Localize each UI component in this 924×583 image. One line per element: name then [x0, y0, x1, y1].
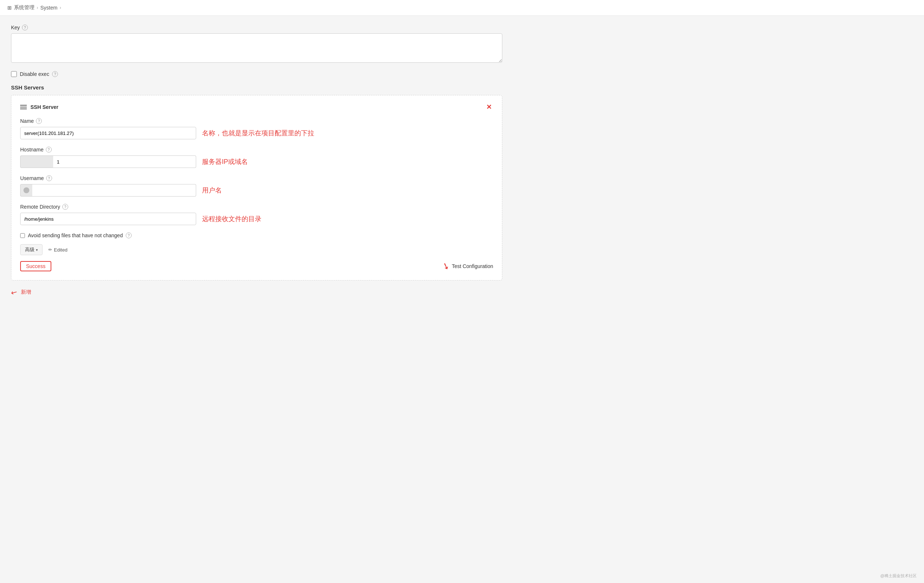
remote-dir-label: Remote Directory ?	[20, 204, 493, 210]
avoid-sending-checkbox[interactable]	[20, 233, 25, 238]
breadcrumb: ⊞ 系统管理 › System ›	[0, 0, 924, 16]
name-field-group: Name ? 名称，也就是显示在项目配置里的下拉	[20, 118, 493, 139]
hostname-label: Hostname ?	[20, 147, 493, 152]
advanced-button[interactable]: 高级 ▾	[20, 244, 43, 255]
remote-dir-input[interactable]	[20, 213, 196, 225]
bottom-actions: ↙ 新增	[11, 288, 502, 297]
ssh-server-title: SSH Server	[30, 104, 58, 110]
breadcrumb-sep-1: ›	[37, 5, 38, 10]
close-server-button[interactable]: ✕	[484, 102, 493, 111]
drag-handle-icon[interactable]	[20, 105, 27, 109]
name-help-icon[interactable]: ?	[36, 118, 42, 124]
test-configuration-label: Test Configuration	[452, 263, 493, 269]
remote-dir-annotation: 远程接收文件的目录	[202, 215, 261, 223]
avoid-sending-row: Avoid sending files that have not change…	[20, 233, 493, 238]
action-row: Success ➘ Test Configuration	[20, 261, 493, 271]
remote-dir-label-text: Remote Directory	[20, 204, 60, 210]
edited-label: ✏ Edited	[48, 247, 68, 253]
success-badge[interactable]: Success	[20, 261, 51, 271]
name-input[interactable]	[20, 127, 196, 139]
key-textarea[interactable]	[11, 33, 502, 63]
breadcrumb-sep-2: ›	[60, 5, 61, 10]
username-field-group: Username ? 用户名	[20, 175, 493, 197]
disable-exec-checkbox[interactable]	[11, 71, 17, 77]
hostname-help-icon[interactable]: ?	[46, 147, 52, 152]
home-icon: ⊞	[7, 5, 12, 11]
hostname-prefix	[20, 155, 53, 168]
hostname-input[interactable]	[53, 155, 196, 168]
username-prefix	[20, 184, 32, 197]
name-label-text: Name	[20, 118, 34, 124]
key-label: Key ?	[11, 25, 502, 30]
key-field-group: Key ?	[11, 25, 502, 64]
ssh-server-header: SSH Server ✕	[20, 102, 493, 111]
key-label-text: Key	[11, 25, 20, 30]
chevron-down-icon: ▾	[36, 248, 38, 252]
name-label: Name ?	[20, 118, 493, 124]
pencil-icon: ✏	[48, 247, 52, 252]
edited-text: Edited	[54, 247, 68, 253]
avoid-sending-help-icon[interactable]: ?	[126, 233, 132, 238]
hostname-label-text: Hostname	[20, 147, 44, 152]
breadcrumb-link-admin[interactable]: 系统管理	[14, 4, 35, 11]
hostname-annotation: 服务器IP或域名	[202, 157, 248, 166]
advanced-label: 高级	[25, 246, 35, 253]
username-label: Username ?	[20, 175, 493, 181]
avoid-sending-label: Avoid sending files that have not change…	[28, 233, 123, 238]
name-annotation: 名称，也就是显示在项目配置里的下拉	[202, 129, 314, 137]
hostname-field-group: Hostname ? 服务器IP或域名	[20, 147, 493, 168]
breadcrumb-link-system[interactable]: System	[40, 5, 58, 11]
success-badge-wrapper: Success	[20, 261, 51, 271]
ssh-server-header-left: SSH Server	[20, 104, 58, 110]
username-label-text: Username	[20, 175, 44, 181]
add-server-button[interactable]: 新增	[21, 289, 31, 296]
arrow-icon: ➘	[441, 260, 451, 272]
key-help-icon[interactable]: ?	[22, 25, 28, 30]
add-arrow-icon: ↙	[9, 287, 19, 297]
user-avatar-icon	[23, 187, 29, 193]
username-annotation: 用户名	[202, 186, 222, 195]
footer-note: @稀土掘金技术社区	[880, 573, 917, 579]
advanced-row: 高级 ▾ ✏ Edited	[20, 244, 493, 255]
remote-dir-help-icon[interactable]: ?	[62, 204, 68, 210]
disable-exec-row: Disable exec ?	[11, 71, 502, 77]
username-help-icon[interactable]: ?	[46, 175, 52, 181]
disable-exec-label: Disable exec	[20, 71, 49, 77]
disable-exec-help-icon[interactable]: ?	[52, 71, 58, 77]
username-input[interactable]	[32, 184, 196, 197]
ssh-servers-title: SSH Servers	[11, 84, 502, 91]
test-config-section: ➘ Test Configuration	[442, 261, 493, 271]
ssh-server-card: SSH Server ✕ Name ? 名称，也就是显示在项目配置里的下拉 Ho…	[11, 95, 502, 281]
remote-dir-field-group: Remote Directory ? 远程接收文件的目录	[20, 204, 493, 225]
